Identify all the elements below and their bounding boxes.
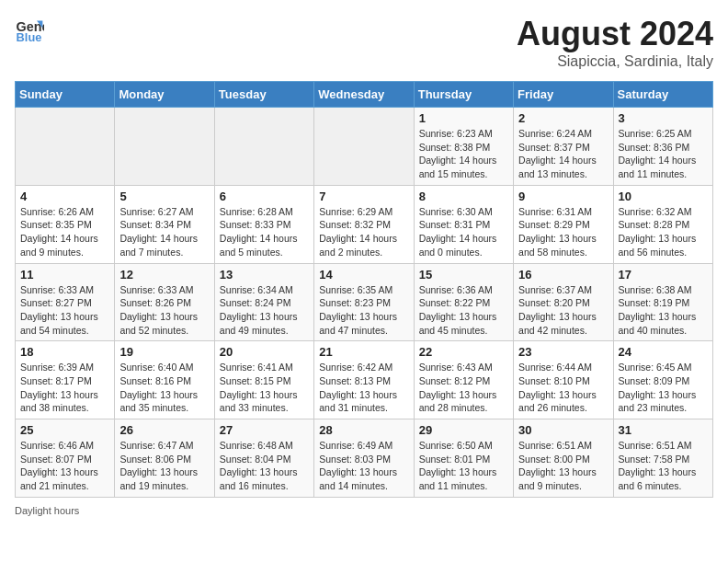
calendar-cell: 7Sunrise: 6:29 AM Sunset: 8:32 PM Daylig… [314,185,414,263]
calendar-cell: 11Sunrise: 6:33 AM Sunset: 8:27 PM Dayli… [16,263,115,341]
day-number: 25 [20,423,109,437]
calendar-cell: 15Sunrise: 6:36 AM Sunset: 8:22 PM Dayli… [414,263,513,341]
day-info: Sunrise: 6:34 AM Sunset: 8:24 PM Dayligh… [220,283,309,338]
day-info: Sunrise: 6:40 AM Sunset: 8:16 PM Dayligh… [119,361,209,415]
calendar-cell [16,108,115,186]
calendar-week-row: 1Sunrise: 6:23 AM Sunset: 8:38 PM Daylig… [16,108,713,186]
day-number: 11 [20,268,109,282]
day-number: 15 [419,268,508,282]
calendar-cell: 26Sunrise: 6:47 AM Sunset: 8:06 PM Dayli… [115,419,214,498]
month-title: August 2024 [517,15,713,53]
day-info: Sunrise: 6:43 AM Sunset: 8:12 PM Dayligh… [419,361,508,415]
day-number: 26 [119,423,209,437]
day-number: 14 [319,268,408,282]
calendar-header-tuesday: Tuesday [214,82,313,108]
calendar-cell: 24Sunrise: 6:45 AM Sunset: 8:09 PM Dayli… [613,341,712,419]
day-number: 21 [319,345,408,359]
day-number: 8 [419,190,508,203]
calendar-cell: 6Sunrise: 6:28 AM Sunset: 8:33 PM Daylig… [214,185,313,263]
calendar-cell [314,108,414,186]
calendar-header-sunday: Sunday [16,82,115,108]
calendar-week-row: 18Sunrise: 6:39 AM Sunset: 8:17 PM Dayli… [16,341,713,419]
calendar-cell: 19Sunrise: 6:40 AM Sunset: 8:16 PM Dayli… [115,341,214,419]
calendar-cell: 13Sunrise: 6:34 AM Sunset: 8:24 PM Dayli… [214,263,313,341]
day-number: 12 [119,268,209,282]
calendar-cell: 8Sunrise: 6:30 AM Sunset: 8:31 PM Daylig… [414,185,513,263]
calendar-cell: 20Sunrise: 6:41 AM Sunset: 8:15 PM Dayli… [214,341,313,419]
day-info: Sunrise: 6:33 AM Sunset: 8:27 PM Dayligh… [20,283,109,338]
calendar-header-thursday: Thursday [414,82,513,108]
day-info: Sunrise: 6:42 AM Sunset: 8:13 PM Dayligh… [319,361,408,415]
calendar-header-wednesday: Wednesday [314,82,414,108]
calendar-table: SundayMondayTuesdayWednesdayThursdayFrid… [15,81,713,498]
day-number: 24 [619,345,708,359]
day-info: Sunrise: 6:36 AM Sunset: 8:22 PM Dayligh… [419,283,508,338]
calendar-cell: 28Sunrise: 6:49 AM Sunset: 8:03 PM Dayli… [314,419,414,498]
day-number: 17 [619,268,708,282]
day-number: 20 [220,345,309,359]
day-info: Sunrise: 6:30 AM Sunset: 8:31 PM Dayligh… [419,205,508,259]
day-number: 22 [419,345,508,359]
calendar-cell: 9Sunrise: 6:31 AM Sunset: 8:29 PM Daylig… [514,185,613,263]
day-info: Sunrise: 6:44 AM Sunset: 8:10 PM Dayligh… [518,361,608,415]
day-info: Sunrise: 6:28 AM Sunset: 8:33 PM Dayligh… [220,205,309,259]
day-number: 7 [319,190,408,203]
day-number: 6 [220,190,309,203]
day-info: Sunrise: 6:24 AM Sunset: 8:37 PM Dayligh… [518,127,608,181]
calendar-cell: 5Sunrise: 6:27 AM Sunset: 8:34 PM Daylig… [115,185,214,263]
day-number: 13 [220,268,309,282]
title-block: August 2024 Siapiccia, Sardinia, Italy [517,15,713,70]
day-info: Sunrise: 6:45 AM Sunset: 8:09 PM Dayligh… [619,361,708,415]
day-number: 19 [119,345,209,359]
day-number: 3 [619,111,708,125]
svg-text:Blue: Blue [17,30,42,44]
day-number: 23 [518,345,608,359]
day-number: 30 [518,423,608,437]
calendar-cell: 1Sunrise: 6:23 AM Sunset: 8:38 PM Daylig… [414,108,513,186]
calendar-cell: 2Sunrise: 6:24 AM Sunset: 8:37 PM Daylig… [514,108,613,186]
day-info: Sunrise: 6:48 AM Sunset: 8:04 PM Dayligh… [220,439,309,493]
logo-icon: General Blue [15,15,44,44]
day-number: 4 [20,190,109,203]
day-info: Sunrise: 6:46 AM Sunset: 8:07 PM Dayligh… [20,439,109,493]
calendar-header-monday: Monday [115,82,214,108]
day-info: Sunrise: 6:37 AM Sunset: 8:20 PM Dayligh… [518,283,608,338]
day-info: Sunrise: 6:25 AM Sunset: 8:36 PM Dayligh… [619,127,708,181]
day-number: 28 [319,423,408,437]
day-info: Sunrise: 6:23 AM Sunset: 8:38 PM Dayligh… [419,127,508,181]
day-info: Sunrise: 6:32 AM Sunset: 8:28 PM Dayligh… [619,205,708,259]
page-header: General Blue August 2024 Siapiccia, Sard… [15,15,713,70]
calendar-cell: 31Sunrise: 6:51 AM Sunset: 7:58 PM Dayli… [613,419,712,498]
day-number: 31 [619,423,708,437]
day-number: 16 [518,268,608,282]
day-number: 10 [619,190,708,203]
calendar-week-row: 4Sunrise: 6:26 AM Sunset: 8:35 PM Daylig… [16,185,713,263]
day-number: 2 [518,111,608,125]
calendar-cell: 25Sunrise: 6:46 AM Sunset: 8:07 PM Dayli… [16,419,115,498]
day-number: 5 [119,190,209,203]
day-info: Sunrise: 6:27 AM Sunset: 8:34 PM Dayligh… [119,205,209,259]
calendar-cell: 27Sunrise: 6:48 AM Sunset: 8:04 PM Dayli… [214,419,313,498]
day-info: Sunrise: 6:26 AM Sunset: 8:35 PM Dayligh… [20,205,109,259]
calendar-cell: 17Sunrise: 6:38 AM Sunset: 8:19 PM Dayli… [613,263,712,341]
calendar-header-friday: Friday [514,82,613,108]
calendar-cell: 30Sunrise: 6:51 AM Sunset: 8:00 PM Dayli… [514,419,613,498]
calendar-week-row: 11Sunrise: 6:33 AM Sunset: 8:27 PM Dayli… [16,263,713,341]
day-info: Sunrise: 6:35 AM Sunset: 8:23 PM Dayligh… [319,283,408,338]
day-info: Sunrise: 6:47 AM Sunset: 8:06 PM Dayligh… [119,439,209,493]
calendar-cell: 21Sunrise: 6:42 AM Sunset: 8:13 PM Dayli… [314,341,414,419]
calendar-cell: 10Sunrise: 6:32 AM Sunset: 8:28 PM Dayli… [613,185,712,263]
calendar-week-row: 25Sunrise: 6:46 AM Sunset: 8:07 PM Dayli… [16,419,713,498]
calendar-cell: 4Sunrise: 6:26 AM Sunset: 8:35 PM Daylig… [16,185,115,263]
calendar-cell: 14Sunrise: 6:35 AM Sunset: 8:23 PM Dayli… [314,263,414,341]
day-info: Sunrise: 6:38 AM Sunset: 8:19 PM Dayligh… [619,283,708,338]
day-number: 9 [518,190,608,203]
location-title: Siapiccia, Sardinia, Italy [517,53,713,70]
day-info: Sunrise: 6:41 AM Sunset: 8:15 PM Dayligh… [220,361,309,415]
calendar-cell: 22Sunrise: 6:43 AM Sunset: 8:12 PM Dayli… [414,341,513,419]
calendar-cell: 16Sunrise: 6:37 AM Sunset: 8:20 PM Dayli… [514,263,613,341]
calendar-cell: 29Sunrise: 6:50 AM Sunset: 8:01 PM Dayli… [414,419,513,498]
day-number: 1 [419,111,508,125]
day-info: Sunrise: 6:51 AM Sunset: 7:58 PM Dayligh… [619,439,708,493]
day-info: Sunrise: 6:29 AM Sunset: 8:32 PM Dayligh… [319,205,408,259]
